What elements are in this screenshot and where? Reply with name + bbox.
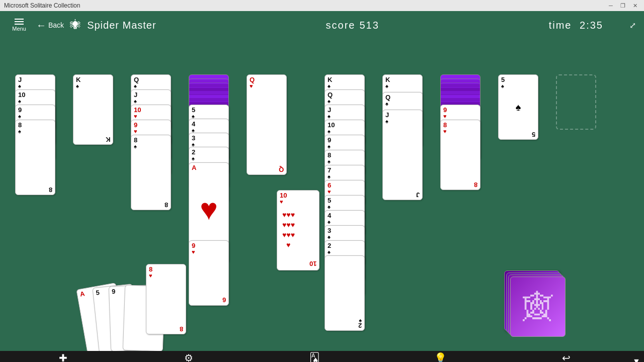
game-title: Spider Master [87,20,156,31]
time-value: 2:35 [580,20,603,31]
time-label: time [549,20,572,31]
completed-set[interactable]: 🕸 🕸 🕸 🕸 [504,270,559,331]
card-8-hearts-col8[interactable]: 8 ♥ 8 [440,120,480,190]
card-k-spades-col2[interactable]: K ♠ K [73,74,113,145]
minimize-button[interactable]: ─ [606,2,616,10]
card-8-hearts-pile[interactable]: 8 ♥ 8 [146,264,186,334]
scroll-indicator: ▼ [629,351,644,362]
topbar: Menu ← Back 🕷 Spider Master score 513 ti… [0,11,644,39]
undo-button[interactable]: ↩ Undo [503,351,629,362]
expand-button[interactable]: ⤢ [629,21,636,30]
card-9-hearts-col4[interactable]: 9 ♥ 6 [189,240,229,306]
hamburger-icon [15,19,24,25]
card-8-spades-col3[interactable]: 8 ♠ 8 [131,135,171,210]
menu-label: Menu [12,26,26,32]
back-button[interactable]: ← Back [36,20,64,31]
cards-button[interactable]: 🂡 Cards [252,351,377,362]
card-5-spades-col9[interactable]: 5 ♠ 5 ♠ [498,74,538,140]
options-icon: ⚙ [184,352,193,362]
card-j-spades-col7[interactable]: J ♠ J [382,110,423,200]
card-8-spades-col1[interactable]: 8 ♠ 8 [15,120,55,195]
back-icon: ← [36,20,46,31]
card-2-spades-col6b[interactable]: 2 ♠ [325,255,365,331]
hint-icon: 💡 [434,352,447,362]
window-controls[interactable]: ─ ❐ ✕ [606,2,640,10]
cards-icon: 🂡 [309,352,319,362]
titlebar: Microsoft Solitaire Collection ─ ❐ ✕ [0,0,644,11]
options-button[interactable]: ⚙ Options [126,351,252,362]
score-value: 513 [359,20,379,31]
time-area: time 2:35 [549,20,603,31]
toolbar: ✚ New Game ⚙ Options 🂡 Cards 💡 Hint ↩ Un… [0,351,644,362]
score-area: score 513 [163,20,543,31]
close-button[interactable]: ✕ [630,2,640,10]
menu-button[interactable]: Menu [8,19,30,32]
back-label: Back [48,21,64,29]
undo-icon: ↩ [562,352,571,362]
window-title: Microsoft Solitaire Collection [4,2,80,9]
new-game-icon: ✚ [59,352,67,362]
game-area: J ♠ 10 ♠ 9 ♠ 8 ♠ 8 A ♥ 5 9 8 ♥ 8 K ♠ K Q… [0,39,644,351]
score-label: score [326,20,356,31]
restore-button[interactable]: ❐ [618,2,628,10]
empty-slot-col10[interactable] [556,74,596,130]
spider-logo: 🕷 [70,19,81,32]
hint-button[interactable]: 💡 Hint [377,351,503,362]
new-game-button[interactable]: ✚ New Game [0,351,126,362]
card-q-hearts-col5[interactable]: Q ♥ Q [247,74,287,175]
card-10-hearts-col5[interactable]: 10 ♥ 10 ♥♥♥ ♥♥♥ ♥♥♥ ♥ [277,190,319,270]
